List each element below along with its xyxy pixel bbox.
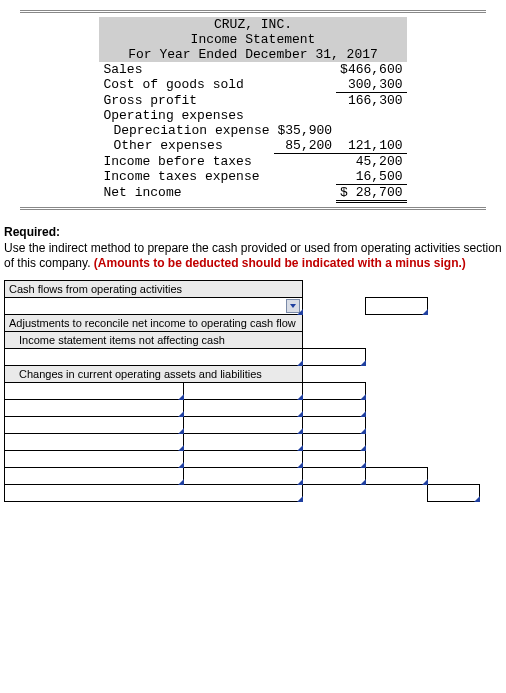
net-income-label: Net income <box>99 185 273 202</box>
cogs-value: 300,300 <box>336 77 406 93</box>
required-note: (Amounts to be deducted should be indica… <box>94 256 466 270</box>
tax-value: 16,500 <box>336 169 406 185</box>
gross-profit-value: 166,300 <box>336 93 406 109</box>
ops-line-dropdown[interactable] <box>5 297 303 314</box>
change-item-dropdown-6[interactable] <box>5 467 184 484</box>
summary-line-dropdown[interactable] <box>5 484 303 501</box>
is-item-dropdown[interactable] <box>5 348 303 365</box>
change-item-dropdown-4[interactable] <box>5 433 184 450</box>
income-statement: CRUZ, INC. Income Statement For Year End… <box>20 10 486 210</box>
adjustments-header: Adjustments to reconcile net income to o… <box>5 314 303 331</box>
change-item-dropdown-2b[interactable] <box>184 399 303 416</box>
income-statement-table: CRUZ, INC. Income Statement For Year End… <box>99 17 406 203</box>
sales-value: $466,600 <box>336 62 406 77</box>
change-item-dropdown-1b[interactable] <box>184 382 303 399</box>
other-exp-value: 85,200 <box>274 138 337 154</box>
is-items-header: Income statement items not affecting cas… <box>5 331 303 348</box>
change-amount-input-1[interactable] <box>303 382 366 399</box>
ops-amount-input[interactable] <box>365 297 427 314</box>
ibt-value: 45,200 <box>336 154 406 170</box>
cash-flow-table: Cash flows from operating activities Adj… <box>4 280 480 502</box>
other-exp-label: Other expenses <box>99 138 273 154</box>
change-item-dropdown-3b[interactable] <box>184 416 303 433</box>
statement-title: Income Statement <box>99 32 406 47</box>
sales-label: Sales <box>99 62 273 77</box>
final-total-input[interactable] <box>427 484 479 501</box>
change-amount-input-4[interactable] <box>303 433 366 450</box>
changes-header: Changes in current operating assets and … <box>5 365 303 382</box>
is-item-amount-input[interactable] <box>303 348 366 365</box>
change-item-dropdown-5[interactable] <box>5 450 184 467</box>
depreciation-value: $35,900 <box>274 123 337 138</box>
subtotal-input-6[interactable] <box>365 467 427 484</box>
required-heading: Required: <box>4 225 60 239</box>
opex-label: Operating expenses <box>99 108 406 123</box>
company-name: CRUZ, INC. <box>99 17 406 32</box>
change-amount-input-2[interactable] <box>303 399 366 416</box>
change-item-dropdown-5b[interactable] <box>184 450 303 467</box>
net-income-value: $ 28,700 <box>336 185 406 202</box>
change-item-dropdown-3[interactable] <box>5 416 184 433</box>
ops-header: Cash flows from operating activities <box>5 280 303 297</box>
depreciation-label: Depreciation expense <box>99 123 273 138</box>
change-amount-input-5[interactable] <box>303 450 366 467</box>
cogs-label: Cost of goods sold <box>99 77 273 93</box>
change-amount-input-6[interactable] <box>303 467 366 484</box>
required-section: Required: Use the indirect method to pre… <box>4 225 502 272</box>
change-amount-input-3[interactable] <box>303 416 366 433</box>
change-item-dropdown-6b[interactable] <box>184 467 303 484</box>
gross-profit-label: Gross profit <box>99 93 273 109</box>
ibt-label: Income before taxes <box>99 154 273 170</box>
change-item-dropdown-2[interactable] <box>5 399 184 416</box>
statement-period: For Year Ended December 31, 2017 <box>99 47 406 62</box>
change-item-dropdown-4b[interactable] <box>184 433 303 450</box>
change-item-dropdown-1[interactable] <box>5 382 184 399</box>
opex-total: 121,100 <box>336 138 406 154</box>
tax-label: Income taxes expense <box>99 169 273 185</box>
